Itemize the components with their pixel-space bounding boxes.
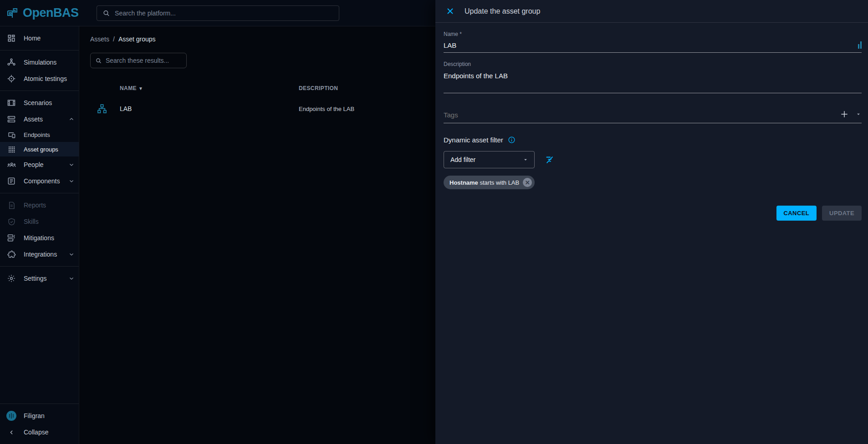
drawer-actions: CANCEL UPDATE [444,206,862,221]
search-icon [95,57,102,65]
info-icon[interactable] [508,136,516,144]
add-tag-icon[interactable] [840,110,849,119]
filigran-logo-icon [6,411,16,421]
lan-icon [90,103,120,114]
column-header-name[interactable]: NAME ▼ [120,85,299,91]
sidebar-item-label: Home [24,35,74,42]
filter-chips: Hostname starts with LAB ✕ [444,176,862,189]
sidebar-item-label: Mitigations [24,234,74,242]
sidebar-divider [0,50,79,50]
update-asset-group-drawer: Update the asset group Name * Descriptio… [435,0,868,444]
asset-group-name: LAB [120,105,299,112]
tags-dropdown-icon[interactable] [855,111,862,117]
sidebar-item-label: Settings [24,275,61,282]
sidebar-item-people[interactable]: People [0,156,79,173]
description-input[interactable]: Endpoints of the LAB [444,67,862,91]
chevron-left-icon [6,427,16,437]
chevron-down-icon [69,162,74,167]
openbas-logo-icon [5,6,19,20]
dashboard-icon [6,33,16,43]
chevron-down-icon [69,178,74,184]
filter-chip-value: LAB [508,179,520,186]
name-label: Name * [444,31,862,37]
sidebar-divider [0,91,79,91]
sidebar-item-label: Simulations [24,59,74,66]
drawer-body: Name * Description Endpoints of the LAB [435,23,868,221]
sidebar-item-filigran[interactable]: Filigran [0,408,79,424]
sidebar-item-simulations[interactable]: Simulations [0,54,79,71]
name-input[interactable] [444,37,858,52]
tags-field [444,107,862,123]
add-filter-label: Add filter [450,156,475,163]
chip-remove-icon[interactable]: ✕ [523,178,532,187]
sidebar-item-atomic-testings[interactable]: Atomic testings [0,71,79,87]
sidebar-item-scenarios[interactable]: Scenarios [0,95,79,111]
platform-search-input[interactable] [115,10,333,17]
select-caret-icon [522,156,529,163]
tags-input[interactable] [444,107,840,123]
app-logo[interactable]: OpenBAS [0,6,79,20]
sidebar-item-label: Skills [24,218,74,225]
drawer-title: Update the asset group [465,7,540,15]
platform-search[interactable] [97,5,339,21]
movie-icon [6,98,16,108]
drawer-header: Update the asset group [435,0,868,23]
cancel-button[interactable]: CANCEL [776,206,817,221]
filter-controls: Add filter [444,144,862,168]
sort-desc-icon: ▼ [138,86,143,91]
sidebar-item-endpoints[interactable]: Endpoints [0,127,79,142]
sidebar-item-settings[interactable]: Settings [0,270,79,287]
filter-chip-operator: starts with [480,179,506,186]
sidebar-item-asset-groups[interactable]: Asset groups [0,142,79,156]
sidebar-item-mitigations[interactable]: Mitigations [0,230,79,246]
results-search-input[interactable] [106,57,182,64]
breadcrumb-separator: / [113,35,115,43]
results-search[interactable] [90,53,187,68]
search-icon [102,9,110,17]
sidebar: Home Simulations Atomic testings Scenari… [0,26,79,444]
article-icon [6,176,16,186]
sidebar-item-label: Collapse [24,429,74,436]
chevron-down-icon [69,276,74,281]
sidebar-item-label: Reports [24,202,74,209]
description-field: Description Endpoints of the LAB [444,61,862,93]
gear-icon [6,273,16,283]
close-icon[interactable] [444,5,456,18]
name-field: Name * [444,31,862,53]
sidebar-item-label: Components [24,177,61,185]
target-icon [6,74,16,84]
filter-chip[interactable]: Hostname starts with LAB ✕ [444,176,535,189]
sidebar-item-assets[interactable]: Assets [0,111,79,127]
storage-icon [6,114,16,124]
shield-icon [6,217,16,227]
add-filter-select[interactable]: Add filter [444,151,535,168]
dynamic-asset-filter-section: Dynamic asset filter [444,136,862,144]
sidebar-divider [0,404,79,404]
sidebar-divider [0,193,79,193]
sidebar-item-reports: Reports [0,197,79,213]
update-button[interactable]: UPDATE [822,206,862,221]
app-logo-text: OpenBAS [23,6,79,20]
sidebar-item-label: Atomic testings [24,75,74,82]
breadcrumb-assets[interactable]: Assets [90,35,109,43]
breadcrumb-asset-groups: Asset groups [118,35,156,43]
filter-chip-key: Hostname [449,179,478,186]
autofill-icon[interactable] [858,41,862,49]
clear-filters-icon[interactable] [545,155,555,165]
sidebar-item-label: Filigran [24,412,74,419]
sidebar-divider [0,266,79,267]
dns-icon [6,233,16,243]
grid-dots-icon [6,144,16,154]
sidebar-item-label: Scenarios [24,99,74,106]
sidebar-item-label: Assets [24,116,61,123]
sidebar-item-label: Asset groups [24,146,74,153]
sidebar-item-home[interactable]: Home [0,30,79,46]
sidebar-item-components[interactable]: Components [0,173,79,189]
sidebar-item-integrations[interactable]: Integrations [0,246,79,262]
sidebar-item-skills: Skills [0,213,79,230]
puzzle-icon [6,249,16,259]
sidebar-item-collapse[interactable]: Collapse [0,424,79,440]
hub-icon [6,57,16,67]
chevron-up-icon [69,116,74,122]
groups-icon [6,160,16,170]
